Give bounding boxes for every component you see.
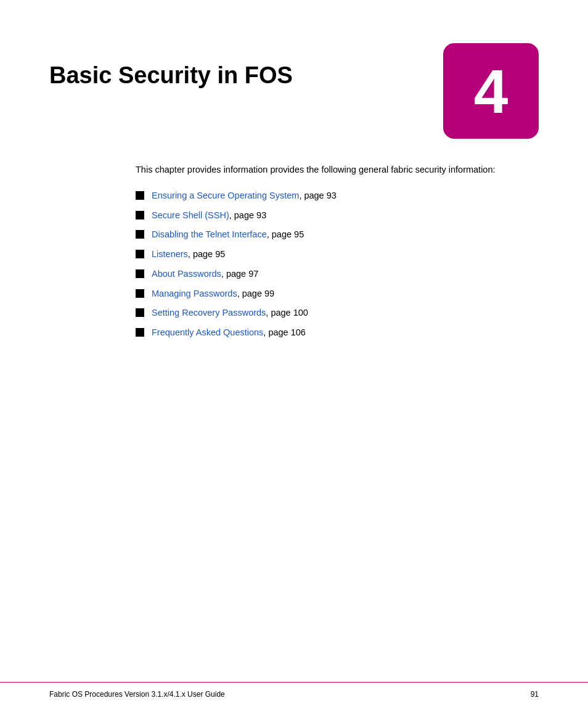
toc-list-item: Setting Recovery Passwords, page 100 (136, 306, 539, 320)
chapter-number: 4 (474, 60, 508, 122)
toc-link-1[interactable]: Secure Shell (SSH) (152, 209, 229, 223)
page-container: Basic Security in FOS 4 This chapter pro… (0, 0, 588, 706)
toc-link-7[interactable]: Frequently Asked Questions (152, 326, 263, 340)
bullet-icon (136, 308, 144, 317)
toc-link-2[interactable]: Disabling the Telnet Interface (152, 228, 267, 242)
bullet-icon (136, 211, 144, 220)
bullet-icon (136, 250, 144, 258)
toc-suffix-1: , page 93 (229, 209, 266, 223)
toc-list-item: Secure Shell (SSH), page 93 (136, 209, 539, 223)
toc-suffix-4: , page 97 (221, 268, 258, 281)
page-footer: Fabric OS Procedures Version 3.1.x/4.1.x… (0, 682, 588, 706)
header-area: Basic Security in FOS 4 (0, 0, 588, 139)
content-area: This chapter provides information provid… (0, 139, 588, 340)
bullet-icon (136, 328, 144, 337)
footer-left-text: Fabric OS Procedures Version 3.1.x/4.1.x… (49, 690, 225, 699)
bullet-icon (136, 230, 144, 239)
toc-list-item: About Passwords, page 97 (136, 268, 539, 281)
toc-link-0[interactable]: Ensuring a Secure Operating System (152, 189, 299, 203)
toc-list-item: Frequently Asked Questions, page 106 (136, 326, 539, 340)
footer-page-number: 91 (531, 690, 539, 699)
toc-suffix-2: , page 95 (267, 228, 304, 242)
toc-suffix-3: , page 95 (188, 248, 225, 261)
chapter-badge: 4 (443, 43, 539, 139)
chapter-title: Basic Security in FOS (49, 49, 293, 90)
toc-link-4[interactable]: About Passwords (152, 268, 221, 281)
toc-list-item: Disabling the Telnet Interface, page 95 (136, 228, 539, 242)
toc-suffix-7: , page 106 (263, 326, 306, 340)
toc-link-6[interactable]: Setting Recovery Passwords (152, 306, 266, 320)
toc-link-3[interactable]: Listeners (152, 248, 188, 261)
toc-list-item: Ensuring a Secure Operating System, page… (136, 189, 539, 203)
intro-text: This chapter provides information provid… (136, 163, 539, 177)
toc-list-item: Listeners, page 95 (136, 248, 539, 261)
toc-list-item: Managing Passwords, page 99 (136, 287, 539, 301)
bullet-icon (136, 191, 144, 200)
toc-suffix-6: , page 100 (266, 306, 308, 320)
toc-list: Ensuring a Secure Operating System, page… (136, 189, 539, 340)
toc-link-5[interactable]: Managing Passwords (152, 287, 237, 301)
toc-suffix-0: , page 93 (299, 189, 336, 203)
bullet-icon (136, 269, 144, 278)
toc-suffix-5: , page 99 (237, 287, 274, 301)
bullet-icon (136, 289, 144, 298)
